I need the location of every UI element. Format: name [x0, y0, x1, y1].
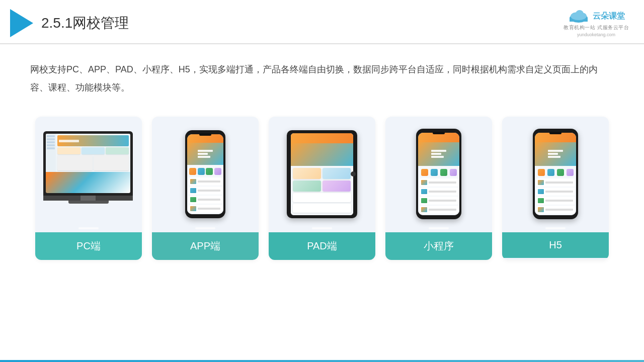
phone-h5-mockup — [533, 129, 578, 219]
card-pc: PC端 — [35, 117, 142, 260]
card-app: APP端 — [152, 117, 259, 260]
mini-card-label: 小程序 — [385, 232, 492, 260]
page-title: 2.5.1网校管理 — [41, 14, 129, 33]
tablet-home-btn — [351, 171, 356, 176]
pad-card-label: PAD端 — [269, 232, 375, 260]
card-h5-image — [502, 117, 609, 227]
app-card-bar — [195, 227, 215, 229]
pc-card-bar — [78, 227, 99, 229]
header-left: 2.5.1网校管理 — [10, 9, 129, 37]
logo-tagline: 教育机构一站 — [564, 24, 595, 31]
app-card-label: APP端 — [152, 232, 259, 260]
h5-card-label: H5 — [502, 232, 609, 258]
title-prefix: 2.5.1 — [41, 15, 72, 31]
card-miniprogram: 小程序 — [385, 117, 492, 260]
title-main: 网校管理 — [72, 15, 129, 31]
cards-container: PC端 — [0, 112, 644, 260]
phone-notch — [199, 133, 211, 136]
h5-card-bar — [545, 227, 566, 229]
phone-h5-notch — [549, 132, 561, 134]
header: 2.5.1网校管理 云朵课堂 教育机构一站 式服务 — [0, 0, 644, 44]
mini-card-bar — [429, 227, 449, 229]
logo-tagline2: 式服务云平台 — [597, 24, 629, 31]
card-h5: H5 — [502, 117, 609, 260]
card-miniprogram-image — [385, 117, 492, 227]
tablet-mockup — [287, 130, 357, 218]
description-content: 网校支持PC、APP、PAD、小程序、H5，实现多端打通，产品各终端自由切换，数… — [30, 60, 614, 97]
play-icon — [10, 9, 33, 37]
description-text: 网校支持PC、APP、PAD、小程序、H5，实现多端打通，产品各终端自由切换，数… — [0, 44, 644, 107]
card-app-image — [152, 117, 259, 227]
phone-app-mockup — [185, 130, 225, 218]
svg-point-8 — [581, 13, 586, 18]
pc-mockup — [43, 131, 134, 217]
logo-cloud: 云朵课堂 — [568, 9, 625, 23]
card-pad-image — [269, 117, 375, 227]
phone-mini-mockup — [416, 129, 461, 219]
phone-screen — [187, 134, 223, 214]
logo-url: yunduoketang.com — [577, 32, 615, 37]
pad-card-bar — [312, 227, 332, 229]
phone-mini-screen — [418, 133, 459, 215]
card-pad: PAD端 — [269, 117, 375, 260]
phone-mini-notch — [433, 132, 445, 134]
logo-area: 云朵课堂 教育机构一站 式服务云平台 yunduoketang.com — [564, 9, 629, 37]
pc-card-label: PC端 — [35, 232, 142, 260]
cloud-icon — [568, 9, 590, 23]
phone-h5-screen — [535, 133, 576, 215]
tablet-screen — [291, 133, 353, 215]
bottom-line — [0, 360, 644, 362]
card-pc-image — [35, 117, 142, 227]
logo-brand: 云朵课堂 — [593, 11, 625, 22]
